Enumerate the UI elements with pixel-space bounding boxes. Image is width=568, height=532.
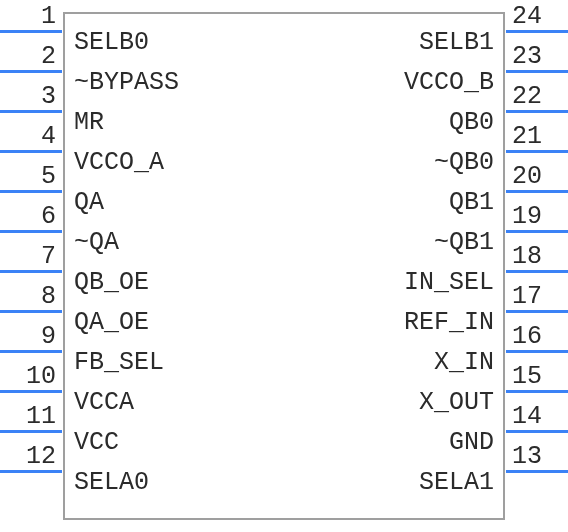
pin-number-right: 24 [512,2,562,31]
pin-row: 11VCC14GND [0,410,568,450]
pin-number-left: 1 [6,2,56,31]
pin-number-right: 17 [512,282,562,311]
pin-number-right: 13 [512,442,562,471]
pin-row: 10VCCA15X_OUT [0,370,568,410]
pin-row: 8QA_OE17REF_IN [0,290,568,330]
pin-label-left: SELA0 [74,468,149,497]
pin-row: 7QB_OE18IN_SEL [0,250,568,290]
pin-number-right: 15 [512,362,562,391]
pin-number-left: 5 [6,162,56,191]
pin-label-right: SELA1 [419,468,494,497]
pin-number-right: 16 [512,322,562,351]
pin-number-left: 4 [6,122,56,151]
pin-number-left: 3 [6,82,56,111]
pin-row: 3MR22QB0 [0,90,568,130]
pin-number-left: 6 [6,202,56,231]
pin-number-right: 14 [512,402,562,431]
pin-row: 2~BYPASS23VCCO_B [0,50,568,90]
pin-number-right: 18 [512,242,562,271]
pin-number-right: 21 [512,122,562,151]
pin-number-left: 8 [6,282,56,311]
pin-number-left: 7 [6,242,56,271]
pin-number-left: 2 [6,42,56,71]
pin-number-left: 10 [6,362,56,391]
pin-row: 9FB_SEL16X_IN [0,330,568,370]
ic-pinout-diagram: 1SELB024SELB12~BYPASS23VCCO_B3MR22QB04VC… [0,0,568,532]
pin-row: 6~QA19~QB1 [0,210,568,250]
pin-number-left: 11 [6,402,56,431]
pin-number-right: 20 [512,162,562,191]
pin-number-left: 9 [6,322,56,351]
pin-row: 4VCCO_A21~QB0 [0,130,568,170]
pin-row: 12SELA013SELA1 [0,450,568,490]
pin-number-right: 22 [512,82,562,111]
pin-number-right: 23 [512,42,562,71]
pin-number-right: 19 [512,202,562,231]
pin-number-left: 12 [6,442,56,471]
pin-row: 1SELB024SELB1 [0,10,568,50]
pin-row: 5QA20QB1 [0,170,568,210]
